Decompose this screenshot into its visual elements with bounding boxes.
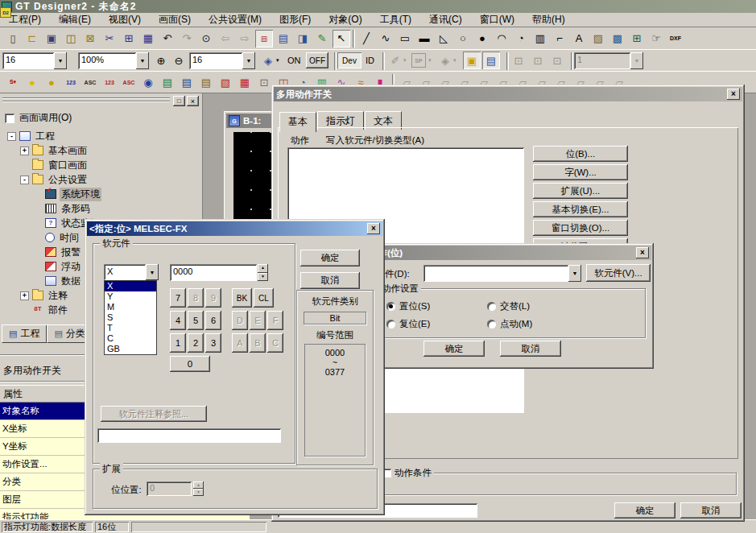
undo-icon[interactable]: ↶ (159, 30, 176, 48)
new-icon[interactable]: ▯ (4, 30, 22, 48)
action-type-button[interactable]: 字(W)... (533, 164, 628, 180)
keypad-key[interactable]: CL (254, 288, 274, 308)
next-screen-icon[interactable]: ⇨ (236, 30, 254, 48)
ascii-display-icon[interactable]: ASC (81, 73, 99, 91)
keypad-key[interactable]: 7 (170, 288, 186, 308)
rect-icon[interactable]: ▭ (396, 30, 414, 48)
device-comment-ref-button[interactable]: 软元件注释参照... (101, 406, 207, 422)
action-type-button[interactable]: 基本切换(E)... (533, 201, 628, 217)
line-icon[interactable]: ╱ (357, 30, 375, 48)
chevron-down-icon[interactable]: ▼ (242, 52, 255, 69)
canvas-icon[interactable]: ⊞ (628, 30, 646, 48)
tree-item[interactable]: 窗口画面 (2, 158, 200, 172)
close-icon[interactable]: × (727, 89, 740, 100)
tree-expand-icon[interactable]: - (20, 176, 29, 184)
chevron-down-icon[interactable]: ▼ (568, 265, 581, 282)
image-icon[interactable]: ▩ (609, 30, 626, 48)
menu-item[interactable]: 通讯(C) (420, 12, 471, 27)
comment-screen-icon[interactable]: ▤ (197, 73, 215, 91)
cancel-button[interactable]: 取消 (300, 272, 360, 289)
device-select-button[interactable]: 软元件(V)... (586, 264, 651, 282)
copy-icon[interactable]: ⊞ (120, 30, 138, 48)
action-type-button[interactable]: 窗口切换(O)... (533, 220, 628, 236)
dxf-icon[interactable]: DXF (667, 30, 684, 48)
ok-button[interactable]: 确定 (614, 502, 675, 519)
panel-close-button[interactable]: × (187, 96, 199, 106)
switch-type-icon[interactable]: S▾ (4, 73, 22, 91)
zoom-combo[interactable]: 100% ▼ (78, 52, 149, 69)
keypad-key[interactable]: E (250, 311, 266, 330)
keypad-key[interactable]: A (232, 333, 248, 353)
prev-screen-icon[interactable]: ⇦ (217, 30, 234, 48)
overlay-icon[interactable]: ⊡ (548, 52, 566, 69)
cancel-button[interactable]: 取消 (680, 502, 742, 519)
numeric-input-icon[interactable]: 123 (101, 73, 118, 91)
device-number-input[interactable]: 0000 (170, 264, 257, 281)
filled-circle-icon[interactable]: ● (473, 30, 491, 48)
fill-color-icon[interactable]: ◈ (259, 52, 277, 69)
keypad-key[interactable]: 2 (188, 333, 204, 353)
draw-pen-icon[interactable]: ✎ (313, 30, 331, 48)
arc-icon[interactable]: ◠ (493, 30, 510, 48)
keypad-key[interactable]: 3 (205, 333, 221, 353)
data-view-toggle-icon[interactable]: ▤ (482, 52, 500, 69)
close-icon[interactable]: × (636, 247, 649, 258)
device-type-option[interactable]: S (105, 312, 156, 323)
hand-icon[interactable]: ☞ (647, 30, 665, 48)
polygon-icon[interactable]: ◺ (435, 30, 452, 48)
menu-item[interactable]: 视图(V) (100, 12, 150, 27)
paste-icon[interactable]: ▦ (139, 30, 157, 48)
device-number-spinner[interactable]: ▲▼ (258, 264, 268, 281)
zoom-out-icon[interactable]: ⊖ (170, 52, 188, 69)
copy-screen-icon[interactable]: ⊠ (81, 30, 99, 48)
device-combo[interactable]: ▼ (423, 265, 581, 282)
panel-grip[interactable] (2, 97, 170, 99)
menu-item[interactable]: 画面(S) (150, 12, 200, 27)
action-radio-option[interactable]: 置位(S) (386, 297, 487, 315)
sp-marker-icon[interactable]: SP (411, 53, 426, 68)
action-radio-option[interactable]: 交替(L) (487, 297, 588, 315)
paint-icon[interactable]: ▨ (589, 30, 607, 48)
cancel-button[interactable]: 取消 (500, 341, 561, 357)
keypad-key[interactable]: D (232, 311, 248, 330)
ascii-input-icon[interactable]: ASC (120, 73, 138, 91)
keypad-key[interactable]: F (267, 311, 283, 330)
tree-expand-icon[interactable]: - (7, 132, 16, 141)
spin-up-icon[interactable]: ▲ (258, 264, 268, 273)
menu-item[interactable]: 帮助(H) (523, 12, 574, 27)
fill-style-icon[interactable]: ◈ (436, 52, 454, 69)
zoom-in-icon[interactable]: ⊕ (152, 52, 170, 69)
select-cursor-icon[interactable]: ↖ (333, 30, 350, 48)
find-icon[interactable]: ⊙ (197, 30, 215, 48)
action-radio-option[interactable]: 复位(E) (386, 315, 487, 333)
alarm-list-icon[interactable]: ▦ (236, 73, 254, 91)
panel-grip[interactable] (2, 101, 170, 102)
tree-expand-icon[interactable]: + (20, 147, 29, 155)
keypad-key[interactable]: B (250, 333, 266, 353)
close-icon[interactable]: × (367, 223, 380, 234)
text-icon[interactable]: A (570, 30, 588, 48)
keypad-zero-key[interactable]: 0 (170, 356, 210, 372)
sector-icon[interactable]: ◔ (512, 30, 530, 48)
keypad-key[interactable]: BK (232, 288, 252, 308)
device-type-option[interactable]: GB (105, 344, 156, 354)
sp-dropdown-icon[interactable]: ▾ (428, 57, 432, 64)
tree-item[interactable]: - 公共设置 (2, 172, 200, 187)
alarm-history-icon[interactable]: ▧ (217, 73, 234, 91)
keypad-key[interactable]: 8 (188, 288, 204, 308)
screen-call-checkbox[interactable] (5, 114, 14, 123)
device-comment-field[interactable] (97, 428, 281, 443)
ungroup-icon[interactable]: ⊡ (529, 52, 547, 69)
cut-icon[interactable]: ✂ (101, 30, 118, 48)
id-label[interactable]: ID (366, 56, 374, 65)
pen-style-dropdown-icon[interactable]: ▾ (403, 57, 407, 64)
chevron-down-icon[interactable]: ▼ (136, 52, 149, 69)
grid-size-combo[interactable]: 16 ▼ (189, 52, 255, 69)
group-icon[interactable]: ⊡ (510, 52, 527, 69)
fill-style-dropdown-icon[interactable]: ▾ (453, 57, 456, 64)
open-icon[interactable]: ⊏ (23, 30, 41, 48)
filled-rect-icon[interactable]: ▬ (415, 30, 433, 48)
bit-lamp-icon[interactable]: ● (23, 73, 41, 91)
explorer-tab[interactable]: ▤ 工程 (2, 325, 47, 343)
device-type-option[interactable]: C (105, 333, 156, 344)
